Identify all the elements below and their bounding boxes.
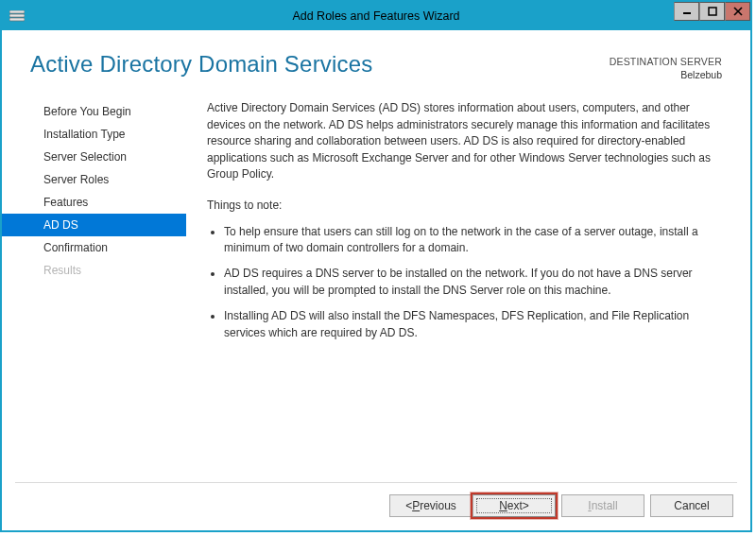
sidebar: Before You Begin Installation Type Serve… [2, 87, 186, 482]
destination-server-name: Belzebub [610, 68, 722, 81]
window-title: Add Roles and Features Wizard [2, 9, 750, 23]
step-results: Results [2, 259, 186, 282]
svg-rect-4 [709, 8, 716, 15]
step-before-you-begin[interactable]: Before You Begin [2, 100, 186, 123]
destination-server-label: DESTINATION SERVER [610, 55, 722, 68]
step-server-roles[interactable]: Server Roles [2, 168, 186, 191]
footer: < Previous Next > Install Cancel [15, 482, 737, 530]
notes-title: Things to note: [207, 198, 724, 214]
body-area: Before You Begin Installation Type Serve… [2, 87, 750, 482]
install-button: Install [561, 494, 644, 517]
svg-rect-0 [9, 10, 25, 13]
title-bar: Add Roles and Features Wizard [2, 2, 750, 30]
step-server-selection[interactable]: Server Selection [2, 146, 186, 168]
next-rest: ext [507, 499, 523, 512]
intro-paragraph: Active Directory Domain Services (AD DS)… [207, 100, 724, 182]
server-manager-icon [9, 10, 25, 22]
close-button[interactable] [725, 2, 750, 21]
page-title: Active Directory Domain Services [30, 51, 373, 78]
step-ad-ds[interactable]: AD DS [2, 214, 186, 236]
header-area: Active Directory Domain Services DESTINA… [2, 30, 750, 87]
nav-button-group: < Previous Next > [389, 494, 556, 517]
svg-rect-2 [9, 18, 25, 21]
step-features[interactable]: Features [2, 191, 186, 214]
note-item: To help ensure that users can still log … [224, 224, 724, 257]
next-button[interactable]: Next > [472, 494, 556, 517]
previous-rest: revious [420, 499, 456, 512]
previous-button[interactable]: < Previous [389, 494, 472, 517]
step-confirmation[interactable]: Confirmation [2, 236, 186, 259]
previous-button-prefix: < [405, 499, 412, 512]
note-item: Installing AD DS will also install the D… [224, 308, 724, 341]
note-item: AD DS requires a DNS server to be instal… [224, 266, 724, 299]
install-rest: nstall [592, 499, 618, 512]
window-controls [674, 2, 750, 21]
main-content: Active Directory Domain Services (AD DS)… [186, 87, 750, 482]
next-mn: N [499, 499, 507, 512]
wizard-window: Add Roles and Features Wizard Active Dir… [0, 0, 752, 532]
destination-server-block: DESTINATION SERVER Belzebub [610, 51, 722, 81]
svg-rect-1 [9, 14, 25, 17]
previous-mn: P [412, 499, 420, 512]
minimize-button[interactable] [674, 2, 699, 21]
maximize-button[interactable] [699, 2, 725, 21]
next-button-suffix: > [523, 499, 529, 512]
step-installation-type[interactable]: Installation Type [2, 123, 186, 146]
cancel-button[interactable]: Cancel [650, 494, 733, 517]
client-area: Active Directory Domain Services DESTINA… [2, 30, 750, 530]
notes-list: To help ensure that users can still log … [207, 224, 724, 341]
